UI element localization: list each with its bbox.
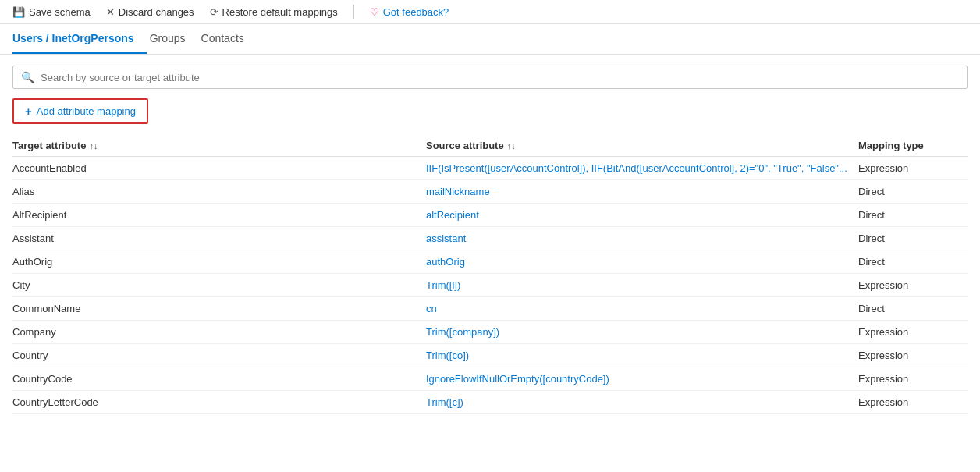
mapping-value: Expression (858, 162, 968, 174)
source-attribute-header[interactable]: Source attribute ↑↓ (426, 140, 858, 151)
mapping-type-header: Mapping type (858, 140, 968, 151)
mapping-value: Expression (858, 326, 968, 338)
search-input[interactable] (41, 72, 959, 83)
source-value: Trim([company]) (426, 326, 858, 338)
tabs-bar: Users / InetOrgPersons Groups Contacts (0, 24, 980, 55)
target-value: Alias (12, 186, 426, 197)
target-value: Assistant (12, 232, 426, 244)
source-value: Trim([c]) (426, 396, 858, 408)
table-row[interactable]: AccountEnabled IIF(IsPresent([userAccoun… (12, 157, 968, 180)
save-schema-button[interactable]: 💾 Save schema (12, 6, 91, 18)
target-sort-icon: ↑↓ (89, 141, 98, 151)
source-value: cn (426, 303, 858, 314)
content-area: 🔍 + Add attribute mapping Target attribu… (0, 55, 980, 414)
target-value: Country (12, 350, 426, 361)
table-row[interactable]: City Trim([l]) Expression (12, 274, 968, 297)
close-icon: ✕ (106, 6, 115, 18)
mapping-value: Expression (858, 279, 968, 291)
table-row[interactable]: CountryLetterCode Trim([c]) Expression (12, 391, 968, 414)
search-icon: 🔍 (21, 71, 34, 83)
mapping-value: Expression (858, 373, 968, 385)
target-value: AuthOrig (12, 256, 426, 268)
mapping-value: Expression (858, 350, 968, 361)
source-value: Trim([co]) (426, 350, 858, 361)
table-header: Target attribute ↑↓ Source attribute ↑↓ … (12, 135, 968, 157)
toolbar-divider (353, 5, 354, 19)
source-sort-icon: ↑↓ (507, 141, 516, 151)
target-value: CommonName (12, 303, 426, 314)
tab-groups[interactable]: Groups (150, 24, 198, 54)
plus-icon: + (25, 105, 32, 118)
target-attribute-header[interactable]: Target attribute ↑↓ (12, 140, 426, 151)
toolbar: 💾 Save schema ✕ Discard changes ⟳ Restor… (0, 0, 980, 24)
tab-users[interactable]: Users / InetOrgPersons (12, 24, 147, 54)
mapping-value: Direct (858, 209, 968, 221)
table-row[interactable]: Country Trim([co]) Expression (12, 344, 968, 367)
table-row[interactable]: Company Trim([company]) Expression (12, 321, 968, 344)
source-value: IgnoreFlowIfNullOrEmpty([countryCode]) (426, 373, 858, 385)
mapping-value: Direct (858, 186, 968, 197)
source-value: IIF(IsPresent([userAccountControl]), IIF… (426, 162, 858, 174)
source-value: mailNickname (426, 186, 858, 197)
restore-mappings-button[interactable]: ⟳ Restore default mappings (210, 6, 338, 18)
source-value: assistant (426, 232, 858, 244)
feedback-button[interactable]: ♡ Got feedback? (370, 6, 449, 18)
save-icon: 💾 (12, 6, 25, 18)
tab-contacts[interactable]: Contacts (201, 24, 257, 54)
table-row[interactable]: Assistant assistant Direct (12, 227, 968, 250)
mapping-value: Direct (858, 303, 968, 314)
table-row[interactable]: AuthOrig authOrig Direct (12, 250, 968, 274)
source-value: Trim([l]) (426, 279, 858, 291)
table-row[interactable]: CountryCode IgnoreFlowIfNullOrEmpty([cou… (12, 367, 968, 391)
restore-icon: ⟳ (210, 6, 218, 18)
mapping-value: Direct (858, 256, 968, 268)
mapping-value: Expression (858, 396, 968, 408)
source-value: altRecipient (426, 209, 858, 221)
table-body: AccountEnabled IIF(IsPresent([userAccoun… (12, 157, 968, 414)
target-value: Company (12, 326, 426, 338)
target-value: AltRecipient (12, 209, 426, 221)
table-row[interactable]: Alias mailNickname Direct (12, 180, 968, 204)
mapping-value: Direct (858, 232, 968, 244)
target-value: City (12, 279, 426, 291)
table-row[interactable]: AltRecipient altRecipient Direct (12, 204, 968, 227)
heart-icon: ♡ (370, 6, 379, 18)
search-bar: 🔍 (12, 66, 968, 89)
add-attribute-mapping-button[interactable]: + Add attribute mapping (12, 98, 148, 124)
table-row[interactable]: CommonName cn Direct (12, 297, 968, 321)
discard-changes-button[interactable]: ✕ Discard changes (106, 6, 194, 18)
target-value: CountryLetterCode (12, 396, 426, 408)
target-value: AccountEnabled (12, 162, 426, 174)
source-value: authOrig (426, 256, 858, 268)
target-value: CountryCode (12, 373, 426, 385)
